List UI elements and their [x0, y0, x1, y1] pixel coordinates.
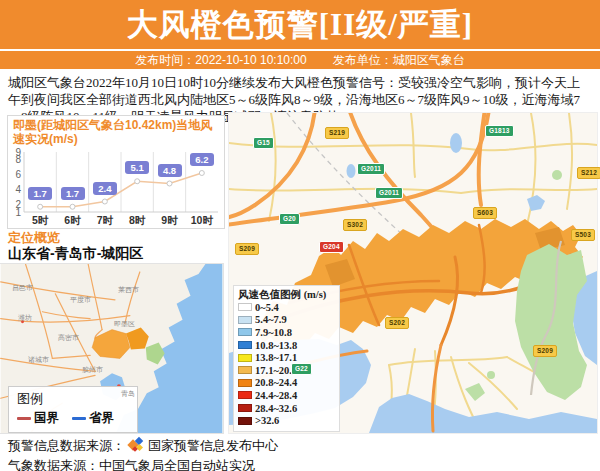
road-shield: S603 — [473, 207, 497, 219]
city-label: 平度市 — [70, 296, 91, 304]
wind-legend-range: 28.4~32.6 — [255, 403, 297, 414]
city-label: 昌邑市 — [12, 284, 33, 292]
wind-legend-range: 10.8~13.8 — [255, 340, 297, 351]
road-shield: S209 — [533, 345, 557, 357]
city-label: 即墨区 — [114, 320, 135, 328]
wind-legend-swatch — [238, 404, 252, 412]
road-shield: G2011 — [357, 163, 385, 175]
road-shield: S219 — [325, 127, 349, 139]
publish-time: 发布时间：2022-10-10 10:10:00 — [135, 52, 306, 69]
footer-line-1: 预警信息数据来源： 国家预警信息发布中心 — [8, 437, 278, 454]
city-label: 胶州市 — [82, 366, 103, 374]
road-shield: G204 — [319, 241, 344, 253]
wind-legend-item: 5.4~7.9 — [238, 314, 335, 327]
wind-legend-item: 0~5.4 — [238, 301, 335, 314]
wind-legend-range: 20.8~24.4 — [255, 377, 297, 388]
wind-legend-swatch — [238, 303, 252, 311]
wind-legend-item: 28.4~32.6 — [238, 402, 335, 415]
city-label: 潍坊 — [18, 314, 32, 322]
chart-point-label: 1.7 — [61, 187, 85, 200]
road-shield: S209 — [235, 243, 259, 255]
wind-legend-swatch — [238, 391, 252, 399]
warning-area-map: 风速色值图例 (m/s) 0~5.45.4~7.97.9~10.810.8~13… — [228, 112, 598, 434]
wind-legend-range: 5.4~7.9 — [255, 314, 287, 325]
wind-legend-item: 20.8~24.4 — [238, 377, 335, 390]
publish-unit: 发布单位：城阳区气象台 — [333, 52, 465, 69]
chart-point-label: 1.7 — [28, 187, 52, 200]
wind-legend-swatch — [238, 417, 252, 425]
national-warning-center-logo-icon — [129, 438, 144, 453]
page-title: 大风橙色预警[II级/严重] — [127, 4, 473, 46]
wind-legend-swatch — [238, 379, 252, 387]
wind-legend-range: 0~5.4 — [255, 302, 279, 313]
road-shield: G1813 — [485, 125, 514, 137]
header-banner: 大风橙色预警[II级/严重] — [0, 0, 600, 51]
wind-legend-range: >32.6 — [255, 415, 279, 426]
city-label: 青岛 — [121, 390, 135, 398]
road-shield: S503 — [571, 229, 595, 241]
chart-point-label: 6.2 — [190, 153, 214, 166]
chart-point-label: 2.4 — [93, 182, 117, 195]
border-legend-item: 国界 — [17, 410, 59, 427]
wind-legend-item: >32.6 — [238, 414, 335, 427]
wind-legend-item: 13.8~17.1 — [238, 351, 335, 364]
city-label: 高密市 — [58, 334, 79, 342]
road-shield: G2011 — [375, 187, 403, 199]
border-legend-item: 省界 — [72, 410, 114, 427]
chart-xtick: 6时 — [56, 214, 88, 228]
border-legend-title: 图例 — [17, 390, 129, 408]
chart-ytick: 6 — [8, 169, 21, 180]
wind-legend-item: 7.9~10.8 — [238, 326, 335, 339]
weather-source: 气象数据来源：中国气象局全国自动站实况 — [8, 457, 255, 471]
warning-source-label: 预警信息数据来源： — [8, 437, 125, 455]
road-shield: S202 — [385, 317, 409, 329]
wind-legend-swatch — [238, 316, 252, 324]
city-label: 诸城市 — [28, 356, 49, 364]
wind-legend-range: 24.4~28.4 — [255, 390, 297, 401]
border-legend-label: 国界 — [34, 410, 59, 427]
footer-line-2: 气象数据来源：中国气象局全国自动站实况 — [8, 457, 278, 471]
chart-xtick: 8时 — [121, 214, 153, 228]
road-shield: S212 — [577, 167, 600, 179]
overview-map: 图例 国界省界 昌邑市平度市莱西市潍坊高密市诸城市胶州市即墨区青岛 — [0, 263, 224, 434]
location-label: 定位概览 — [8, 230, 143, 245]
border-legend-line-icon — [17, 417, 31, 420]
chart-xtick: 7时 — [89, 214, 121, 228]
wind-speed-chart: 即墨(距城阳区气象台10.42km)当地风速实况(m/s) 9864215时6时… — [7, 115, 225, 229]
chart-xtick: 10时 — [186, 214, 218, 228]
wind-legend-range: 7.9~10.8 — [255, 327, 292, 338]
border-legend-label: 省界 — [89, 410, 114, 427]
city-label: 莱西市 — [118, 286, 139, 294]
road-shield: G15 — [253, 137, 274, 149]
location-overview: 定位概览 山东省-青岛市-城阳区 — [8, 230, 143, 262]
footer: 预警信息数据来源： 国家预警信息发布中心 气象数据来源：中国气象局全国自动站实况 — [8, 437, 278, 471]
road-shield: S302 — [343, 219, 367, 231]
location-value: 山东省-青岛市-城阳区 — [8, 245, 143, 262]
chart-point-label: 4.8 — [158, 164, 182, 177]
publish-meta-bar: 发布时间：2022-10-10 10:10:00 发布单位：城阳区气象台 — [0, 51, 600, 69]
chart-xtick: 9时 — [153, 214, 185, 228]
chart-ytick: 4 — [8, 184, 21, 195]
wind-legend-item: 17.1~20.8 — [238, 364, 335, 377]
wind-legend-swatch — [238, 341, 252, 349]
warning-bulletin-page: 大风橙色预警[II级/严重] 发布时间：2022-10-10 10:10:00 … — [0, 0, 600, 471]
warning-source-value: 国家预警信息发布中心 — [148, 437, 278, 455]
road-shield: G22 — [291, 363, 312, 375]
border-legend: 图例 国界省界 — [8, 386, 138, 433]
wind-speed-legend: 风速色值图例 (m/s) 0~5.45.4~7.97.9~10.810.8~13… — [233, 285, 340, 432]
wind-legend-range: 13.8~17.1 — [255, 352, 297, 363]
border-legend-line-icon — [72, 417, 86, 420]
chart-point-label: 5.1 — [125, 161, 149, 174]
wind-legend-item: 10.8~13.8 — [238, 339, 335, 352]
wind-legend-swatch — [238, 366, 252, 374]
chart-xtick: 5时 — [24, 214, 56, 228]
road-shield: G20 — [279, 213, 300, 225]
chart-ytick: 1 — [8, 207, 21, 218]
chart-ytick: 8 — [8, 154, 21, 165]
wind-legend-swatch — [238, 354, 252, 362]
wind-legend-swatch — [238, 328, 252, 336]
wind-legend-item: 24.4~28.4 — [238, 389, 335, 402]
chart-title: 即墨(距城阳区气象台10.42km)当地风速实况(m/s) — [13, 118, 219, 146]
wind-legend-title: 风速色值图例 (m/s) — [238, 288, 335, 301]
